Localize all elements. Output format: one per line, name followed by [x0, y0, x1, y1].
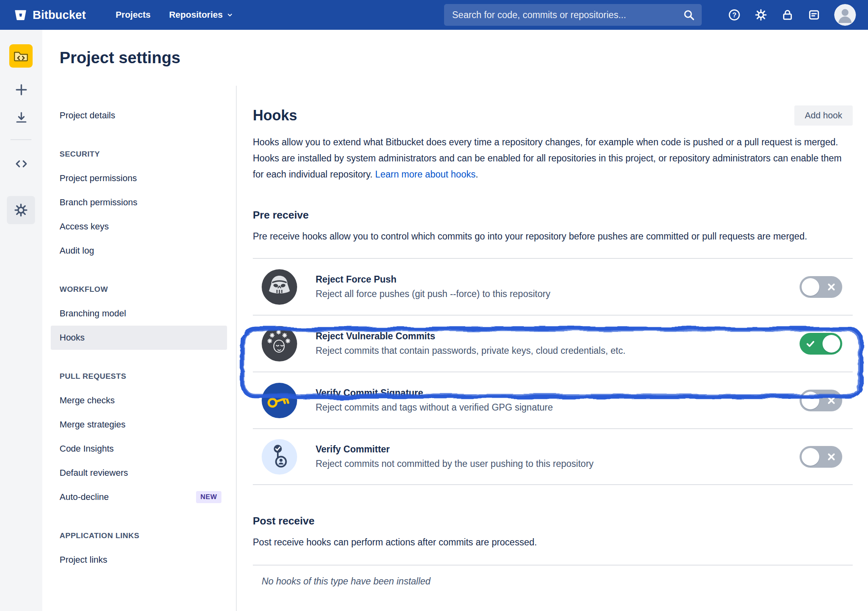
settings-button-active[interactable] — [7, 196, 35, 224]
hooks-intro-period: . — [475, 169, 478, 180]
post-receive-description: Post receive hooks can perform actions a… — [253, 534, 853, 550]
hook-text: Reject Vulnerable Commits Reject commits… — [316, 331, 626, 356]
hook-row-reject-force-push: Reject Force Push Reject all force pushe… — [253, 258, 853, 315]
sidebar-item-label: Auto-decline — [60, 492, 109, 502]
sidebar-item-project-links[interactable]: Project links — [51, 548, 227, 572]
page-title: Project settings — [60, 49, 180, 67]
x-icon — [826, 282, 837, 292]
hooks-intro-text: Hooks allow you to extend what Bitbucket… — [253, 137, 842, 180]
hook-title: Verify Committer — [316, 444, 593, 455]
page-header: Project settings — [60, 30, 180, 86]
check-icon — [805, 339, 816, 349]
avatar-icon — [834, 4, 856, 26]
hooks-main-panel: Hooks Add hook Hooks allow you to extend… — [253, 86, 853, 587]
nav-projects[interactable]: Projects — [108, 6, 158, 24]
code-icon — [14, 157, 28, 171]
verify-commit-signature-toggle[interactable] — [800, 390, 842, 411]
settings-sidebar: Project details SECURITY Project permiss… — [42, 86, 237, 611]
user-avatar[interactable] — [834, 4, 856, 26]
add-hook-button[interactable]: Add hook — [794, 105, 853, 126]
sidebar-item-access-keys[interactable]: Access keys — [51, 215, 227, 239]
hook-text: Verify Commit Signature Reject commits a… — [316, 388, 553, 413]
hook-description: Reject commits and tags without a verifi… — [316, 402, 553, 413]
brand-label: Bitbucket — [33, 8, 86, 22]
hook-row-verify-commit-signature: Verify Commit Signature Reject commits a… — [253, 372, 853, 428]
bitbucket-logo-icon — [14, 8, 27, 22]
sidebar-item-code-insights[interactable]: Code Insights — [51, 437, 227, 461]
new-badge: NEW — [196, 491, 221, 503]
hook-text: Reject Force Push Reject all force pushe… — [316, 274, 550, 299]
sidebar-section-workflow: WORKFLOW — [51, 277, 227, 301]
pre-receive-hook-list: Reject Force Push Reject all force pushe… — [253, 258, 853, 485]
hook-title: Reject Vulnerable Commits — [316, 331, 626, 342]
empty-state-text: No hooks of this type have been installe… — [262, 576, 853, 587]
download-button[interactable] — [0, 111, 42, 124]
hook-title: Verify Commit Signature — [316, 388, 553, 398]
verify-committer-toggle[interactable] — [800, 446, 842, 468]
project-avatar[interactable] — [9, 44, 33, 68]
download-icon — [14, 111, 28, 124]
sidebar-item-project-permissions[interactable]: Project permissions — [51, 166, 227, 190]
nav-repositories[interactable]: Repositories — [162, 6, 241, 24]
code-button[interactable] — [0, 157, 42, 171]
key-icon — [262, 383, 297, 418]
sidebar-item-default-reviewers[interactable]: Default reviewers — [51, 461, 227, 485]
global-search[interactable] — [444, 4, 702, 26]
hooks-title: Hooks — [253, 107, 297, 124]
hook-description: Reject commits that contain passwords, p… — [316, 345, 626, 356]
search-input[interactable] — [452, 10, 682, 21]
project-avatar-icon — [9, 44, 33, 68]
hooks-header: Hooks Add hook — [253, 104, 853, 127]
toggle-knob — [802, 392, 819, 409]
hook-description: Reject all force pushes (git push --forc… — [316, 289, 550, 299]
nav-projects-label: Projects — [116, 10, 151, 20]
create-button[interactable] — [0, 83, 42, 97]
reject-force-push-toggle[interactable] — [800, 276, 842, 298]
toggle-knob — [823, 335, 840, 353]
feedback-icon[interactable] — [808, 8, 820, 21]
plus-icon — [14, 83, 28, 97]
settings-gear-icon — [14, 203, 28, 217]
sidebar-item-branching-model[interactable]: Branching model — [51, 301, 227, 326]
search-icon[interactable] — [682, 8, 695, 21]
sidebar-item-merge-strategies[interactable]: Merge strategies — [51, 413, 227, 437]
sidebar-section-application-links: APPLICATION LINKS — [51, 524, 227, 548]
toggle-knob — [802, 278, 819, 296]
hook-text: Verify Committer Reject commits not comm… — [316, 444, 593, 469]
sidebar-item-project-details[interactable]: Project details — [51, 103, 227, 128]
post-receive-empty: No hooks of this type have been installe… — [253, 565, 853, 587]
app-rail — [0, 30, 42, 611]
sidebar-item-hooks[interactable]: Hooks — [51, 326, 227, 350]
rail-divider — [10, 139, 31, 140]
committer-icon — [262, 439, 297, 475]
reject-vulnerable-commits-toggle[interactable] — [800, 333, 842, 355]
x-icon — [826, 452, 837, 462]
sidebar-item-auto-decline[interactable]: Auto-decline NEW — [51, 485, 227, 509]
toggle-knob — [802, 448, 819, 466]
face-stars-icon — [262, 326, 297, 361]
lock-icon[interactable] — [781, 8, 794, 21]
hook-row-verify-committer: Verify Committer Reject commits not comm… — [253, 428, 853, 485]
bitbucket-brand[interactable]: Bitbucket — [14, 8, 86, 22]
help-icon[interactable]: ? — [728, 8, 741, 21]
sidebar-item-audit-log[interactable]: Audit log — [51, 239, 227, 263]
hook-row-reject-vulnerable-commits: Reject Vulnerable Commits Reject commits… — [253, 315, 853, 372]
pre-receive-description: Pre receive hooks allow you to control w… — [253, 228, 853, 244]
navbar-links: Projects Repositories — [108, 6, 241, 24]
navbar-icons: ? — [728, 0, 856, 30]
post-receive-title: Post receive — [253, 514, 853, 528]
chevron-down-icon — [226, 11, 234, 19]
sidebar-item-merge-checks[interactable]: Merge checks — [51, 388, 227, 413]
sidebar-section-pull-requests: PULL REQUESTS — [51, 364, 227, 388]
sidebar-item-branch-permissions[interactable]: Branch permissions — [51, 190, 227, 215]
learn-more-link[interactable]: Learn more about hooks — [375, 169, 475, 180]
x-icon — [826, 395, 837, 406]
svg-text:?: ? — [732, 11, 736, 19]
nav-repositories-label: Repositories — [169, 10, 223, 20]
darth-vader-icon — [262, 269, 297, 305]
sidebar-section-security: SECURITY — [51, 142, 227, 166]
hooks-intro: Hooks allow you to extend what Bitbucket… — [253, 134, 853, 182]
gear-icon[interactable] — [754, 8, 767, 21]
top-navbar: Bitbucket Projects Repositories ? — [0, 0, 868, 30]
hook-description: Reject commits not committed by the user… — [316, 458, 593, 469]
